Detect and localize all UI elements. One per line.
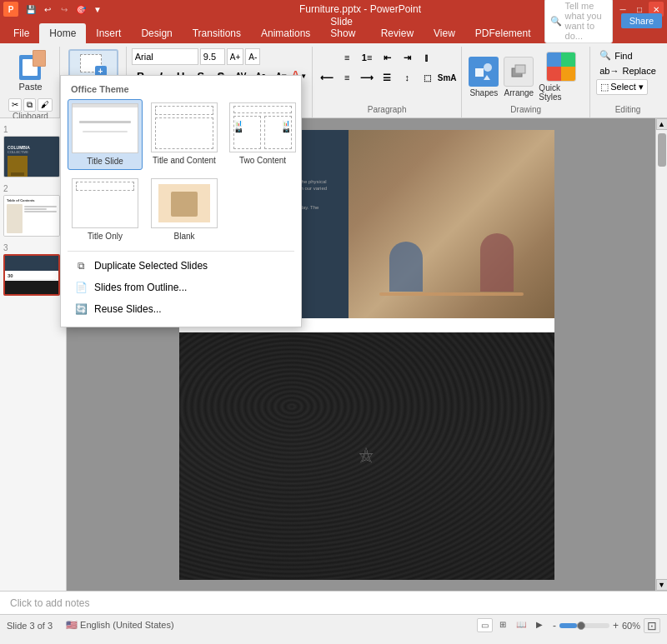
tab-transitions[interactable]: Transitions: [183, 23, 251, 43]
numbered-list-button[interactable]: 1≡: [358, 48, 376, 67]
slide-leather-texture: ⛤: [179, 332, 554, 580]
svg-marker-2: [484, 75, 490, 80]
zoom-slider[interactable]: [559, 623, 609, 628]
slide-sorter-button[interactable]: ⊞: [496, 618, 509, 632]
slide-num-2: 2: [3, 184, 63, 193]
font-name-input[interactable]: [132, 48, 198, 65]
select-button[interactable]: ⬚ Select ▾: [596, 79, 648, 95]
justify-button[interactable]: ☰: [378, 68, 396, 87]
undo-button[interactable]: ↩: [40, 2, 55, 17]
duplicate-label: Duplicate Selected Slides: [94, 260, 208, 272]
tell-me-input[interactable]: 🔍 Tell me what you want to do...: [544, 0, 613, 43]
reuse-label: Reuse Slides...: [94, 303, 162, 315]
presentation-icon: 🎯: [73, 2, 88, 17]
customize-qat-button[interactable]: ▼: [90, 2, 105, 17]
reading-view-button[interactable]: 📖: [513, 618, 529, 632]
tab-view[interactable]: View: [424, 23, 465, 43]
svg-rect-4: [515, 65, 525, 73]
layout-title-slide-preview: [72, 103, 138, 153]
shapes-label: Shapes: [469, 88, 498, 97]
scroll-thumb[interactable]: [658, 133, 666, 167]
find-button[interactable]: 🔍 Find: [596, 48, 635, 62]
tab-slideshow[interactable]: Slide Show: [320, 12, 370, 43]
save-button[interactable]: 💾: [23, 2, 38, 17]
drawing-label: Drawing: [510, 105, 541, 116]
reuse-slides-item[interactable]: 🔄 Reuse Slides...: [68, 298, 294, 320]
columns-button[interactable]: ⫿: [418, 48, 436, 67]
tab-design[interactable]: Design: [131, 23, 182, 43]
slideshow-button[interactable]: ▶: [533, 618, 546, 632]
notes-placeholder: Click to add notes: [10, 597, 89, 609]
vertical-scrollbar[interactable]: ▲ ▼: [655, 118, 667, 591]
reuse-icon: 🔄: [74, 302, 88, 316]
slide-thumb-1[interactable]: 1 COLUMBIA COLLECTIVE: [3, 125, 63, 177]
dropdown-title: Office Theme: [68, 82, 294, 99]
share-button[interactable]: Share: [621, 13, 662, 28]
increase-indent-button[interactable]: ⇥: [398, 48, 416, 67]
decrease-indent-button[interactable]: ⇤: [378, 48, 396, 67]
select-label: Select ▾: [610, 82, 644, 92]
arrange-icon: [504, 57, 534, 87]
convert-smartart-button[interactable]: SmA: [438, 68, 456, 87]
shapes-button[interactable]: Shapes: [469, 57, 499, 97]
slide-thumb-2[interactable]: 2 Table of Contents: [3, 184, 63, 237]
editing-label: Editing: [615, 105, 641, 116]
line-spacing-button[interactable]: ↕: [398, 68, 416, 87]
copy-button[interactable]: ⧉: [23, 98, 36, 112]
tab-home[interactable]: Home: [39, 23, 86, 43]
paste-button[interactable]: Paste: [13, 48, 49, 93]
tab-pdfelement[interactable]: PDFelement: [465, 23, 541, 43]
replace-button[interactable]: ab→ Replace: [596, 64, 659, 77]
duplicate-slides-item[interactable]: ⧉ Duplicate Selected Slides: [68, 255, 294, 277]
normal-view-button[interactable]: ▭: [477, 618, 493, 632]
zoom-out-button[interactable]: -: [553, 620, 556, 632]
tab-animations[interactable]: Animations: [251, 23, 320, 43]
font-increase-button[interactable]: A+: [227, 48, 244, 65]
tab-file[interactable]: File: [3, 23, 39, 43]
paste-icon: [16, 50, 46, 80]
quick-styles-button[interactable]: Quick Styles: [539, 52, 583, 102]
slide-thumb-3[interactable]: 3 30: [3, 243, 63, 296]
slide-img-1: COLUMBIA COLLECTIVE: [3, 136, 60, 177]
font-decrease-button[interactable]: A-: [245, 48, 260, 65]
align-left-button[interactable]: ⟵: [318, 68, 336, 87]
notes-bar[interactable]: Click to add notes: [0, 591, 667, 614]
scroll-down-button[interactable]: ▼: [656, 579, 668, 591]
format-painter-button[interactable]: 🖌: [38, 98, 53, 112]
shapes-icon: [469, 57, 499, 87]
layout-title-slide-label: Title Slide: [87, 157, 123, 166]
new-slide-dropdown: Office Theme Title Slide Title and Conte…: [60, 75, 302, 327]
layout-blank-label: Blank: [173, 232, 194, 241]
zoom-in-button[interactable]: +: [613, 620, 619, 632]
font-size-input[interactable]: [200, 48, 225, 65]
layout-grid: Title Slide Title and Content 📊📷 📊📷 Two …: [68, 99, 294, 244]
layout-title-only[interactable]: Title Only: [68, 175, 143, 244]
text-direction-button[interactable]: ⬚: [418, 68, 436, 87]
cut-button[interactable]: ✂: [8, 98, 22, 112]
layout-two-content[interactable]: 📊📷 📊📷 Two Content: [226, 99, 299, 170]
layout-blank-preview: [151, 178, 218, 228]
layout-title-content-preview: [151, 102, 218, 152]
bullets-button[interactable]: ≡: [338, 48, 356, 67]
arrange-button[interactable]: Arrange: [504, 57, 534, 97]
status-bar: Slide 3 of 3 🇺🇸 English (United States) …: [0, 614, 667, 636]
drawing-group: Shapes Arrange: [462, 47, 590, 117]
layout-blank[interactable]: Blank: [148, 175, 221, 244]
scroll-up-button[interactable]: ▲: [656, 118, 668, 130]
layout-title-content-label: Title and Content: [153, 156, 216, 165]
new-slide-icon: +: [80, 54, 107, 77]
layout-title-content[interactable]: Title and Content: [148, 99, 221, 170]
editing-group: 🔍 Find ab→ Replace ⬚ Select ▾ Editing: [590, 47, 665, 117]
quick-styles-icon: [546, 52, 576, 82]
align-center-button[interactable]: ≡: [338, 68, 356, 87]
quick-styles-label: Quick Styles: [539, 83, 583, 102]
align-right-button[interactable]: ⟶: [358, 68, 376, 87]
tab-review[interactable]: Review: [371, 23, 424, 43]
svg-rect-0: [475, 68, 484, 77]
tab-insert[interactable]: Insert: [86, 23, 131, 43]
redo-button[interactable]: ↪: [57, 2, 72, 17]
layout-title-slide[interactable]: Title Slide: [68, 99, 143, 170]
language-indicator: 🇺🇸 English (United States): [66, 620, 174, 631]
slides-from-outline-item[interactable]: 📄 Slides from Outline...: [68, 277, 294, 298]
fit-slide-button[interactable]: ⊡: [644, 618, 660, 633]
